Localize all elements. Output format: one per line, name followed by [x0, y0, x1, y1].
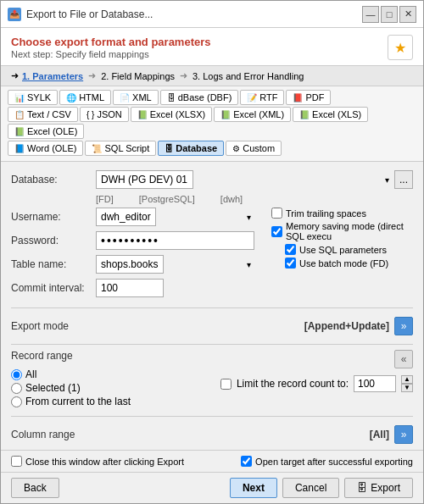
password-input[interactable]	[96, 231, 254, 250]
column-range-value: [All]	[370, 429, 389, 440]
record-range-left: Record range All Selected (1) From curre…	[11, 350, 131, 411]
radio-from-current[interactable]	[11, 396, 22, 407]
commit-interval-input[interactable]	[96, 279, 164, 297]
open-after-export-label: Open target after successful exporting	[255, 457, 413, 467]
password-label: Password:	[11, 235, 96, 246]
format-excel-xml[interactable]: 📗Excel (XML)	[214, 107, 291, 122]
memory-saving-row: Memory saving mode (direct SQL execu	[271, 221, 413, 241]
spinner-up-button[interactable]: ▲	[401, 375, 413, 384]
step-2-field-mappings[interactable]: 2. Field Mappings	[101, 71, 175, 81]
radio-all[interactable]	[11, 369, 22, 380]
step-3-logs[interactable]: 3. Logs and Error Handling	[192, 71, 304, 81]
column-range-row: Column range [All] »	[11, 422, 413, 447]
format-word-ole[interactable]: 📘Word (OLE)	[8, 141, 83, 156]
format-pdf[interactable]: 📕PDF	[286, 90, 331, 105]
close-after-export-label: Close this window after clicking Export	[25, 457, 184, 467]
arrow-icon: ➜	[11, 70, 19, 81]
radio-from-current-row: From current to the last	[11, 396, 131, 407]
column-range-nav-button[interactable]: »	[394, 425, 413, 444]
export-button[interactable]: 🗄 Export	[344, 478, 413, 498]
database-browse-button[interactable]: ...	[394, 170, 413, 189]
cancel-button[interactable]: Cancel	[282, 478, 339, 498]
title-bar-controls: — □ ✕	[362, 6, 416, 23]
limit-input[interactable]	[354, 375, 396, 392]
radio-selected[interactable]	[11, 383, 22, 394]
close-button[interactable]: ✕	[399, 6, 416, 23]
db-label-postgresql: [PostgreSQL]	[139, 194, 195, 204]
limit-label: Limit the record count to:	[237, 378, 349, 390]
record-range-nav-button[interactable]: «	[394, 350, 413, 368]
format-html[interactable]: 🌐HTML	[59, 90, 111, 105]
back-button[interactable]: Back	[11, 478, 59, 498]
table-name-select-wrapper: shops.books	[96, 255, 254, 274]
button-bar: Back Next Cancel 🗄 Export	[1, 472, 423, 503]
radio-selected-row: Selected (1)	[11, 382, 131, 394]
memory-saving-checkbox[interactable]	[271, 226, 282, 237]
separator-3	[11, 416, 413, 417]
header-row: Choose export format and parameters Next…	[11, 35, 413, 60]
limit-row: Limit the record count to: ▲ ▼	[220, 375, 413, 392]
username-label: Username:	[11, 211, 96, 223]
radio-selected-label: Selected (1)	[25, 382, 81, 394]
db-label-schema: [dwh]	[220, 194, 243, 204]
sql-params-checkbox[interactable]	[285, 244, 296, 255]
spinner: ▲ ▼	[401, 375, 413, 392]
format-database[interactable]: 🗄Database	[158, 141, 224, 156]
left-form: Username: dwh_editor Password: Table nam…	[11, 208, 254, 302]
batch-mode-label: Use batch mode (FD)	[299, 258, 388, 269]
format-sql-script[interactable]: 📜SQL Script	[85, 141, 156, 156]
maximize-button[interactable]: □	[381, 6, 398, 23]
step-arrow-1: ➜	[88, 70, 96, 81]
trim-trailing-checkbox[interactable]	[271, 208, 282, 219]
title-bar: 📤 Export to File or Database... — □ ✕	[1, 1, 423, 28]
database-select[interactable]: DWH (PG DEV) 01	[96, 170, 193, 189]
format-dbase[interactable]: 🗄dBase (DBF)	[160, 90, 239, 105]
header-title: Choose export format and parameters	[11, 36, 211, 48]
minimize-button[interactable]: —	[362, 6, 379, 23]
format-json[interactable]: { }JSON	[80, 107, 129, 122]
username-select[interactable]: dwh_editor	[96, 208, 156, 226]
limit-checkbox[interactable]	[220, 379, 232, 390]
export-mode-right: [Append+Update] »	[304, 317, 413, 335]
format-text-csv[interactable]: 📋Text / CSV	[8, 107, 78, 122]
export-mode-row: Export mode [Append+Update] »	[11, 313, 413, 339]
steps-bar: ➜ 1. Parameters ➜ 2. Field Mappings ➜ 3.…	[1, 66, 423, 86]
spinner-down-button[interactable]: ▼	[401, 384, 413, 392]
table-name-group: Table name: shops.books	[11, 255, 254, 274]
format-xml[interactable]: 📄XML	[113, 90, 159, 105]
export-icon: 🗄	[357, 482, 367, 494]
radio-all-label: All	[25, 368, 36, 380]
database-select-wrapper: DWH (PG DEV) 01	[96, 170, 393, 189]
close-after-export-checkbox[interactable]	[11, 456, 22, 467]
header-text: Choose export format and parameters Next…	[11, 36, 211, 59]
record-range-label: Record range	[11, 350, 131, 362]
commit-interval-group: Commit interval:	[11, 279, 254, 297]
commit-interval-label: Commit interval:	[11, 282, 96, 294]
right-buttons: Next Cancel 🗄 Export	[230, 478, 413, 498]
trim-trailing-row: Trim trailing spaces	[271, 208, 413, 219]
export-mode-nav-button[interactable]: »	[394, 317, 413, 335]
favorite-button[interactable]: ★	[388, 35, 413, 60]
format-row-1: 📊SYLK 🌐HTML 📄XML 🗄dBase (DBF) 📝RTF 📕PDF	[8, 90, 416, 105]
format-excel-xlsx[interactable]: 📗Excel (XLSX)	[131, 107, 212, 122]
table-name-select[interactable]: shops.books	[96, 255, 164, 274]
format-tabs: 📊SYLK 🌐HTML 📄XML 🗄dBase (DBF) 📝RTF 📕PDF …	[1, 86, 423, 162]
open-after-export-checkbox[interactable]	[241, 456, 252, 467]
format-excel-ole[interactable]: 📗Excel (OLE)	[8, 124, 84, 139]
column-range-label: Column range	[11, 429, 75, 440]
bottom-left: Close this window after clicking Export	[11, 456, 184, 467]
batch-mode-checkbox[interactable]	[285, 258, 296, 269]
next-button[interactable]: Next	[230, 478, 277, 498]
database-label: Database:	[11, 174, 96, 186]
format-custom[interactable]: ⚙Custom	[226, 141, 282, 156]
separator-1	[11, 307, 413, 308]
app-icon: 📤	[8, 8, 21, 21]
format-excel-xls[interactable]: 📗Excel (XLS)	[293, 107, 368, 122]
format-sylk[interactable]: 📊SYLK	[8, 90, 58, 105]
step-1-parameters[interactable]: 1. Parameters	[22, 71, 83, 81]
trim-trailing-label: Trim trailing spaces	[286, 208, 366, 219]
username-select-wrapper: dwh_editor	[96, 208, 254, 226]
table-name-label: Table name:	[11, 258, 96, 270]
format-rtf[interactable]: 📝RTF	[240, 90, 284, 105]
radio-from-current-label: From current to the last	[25, 396, 131, 407]
